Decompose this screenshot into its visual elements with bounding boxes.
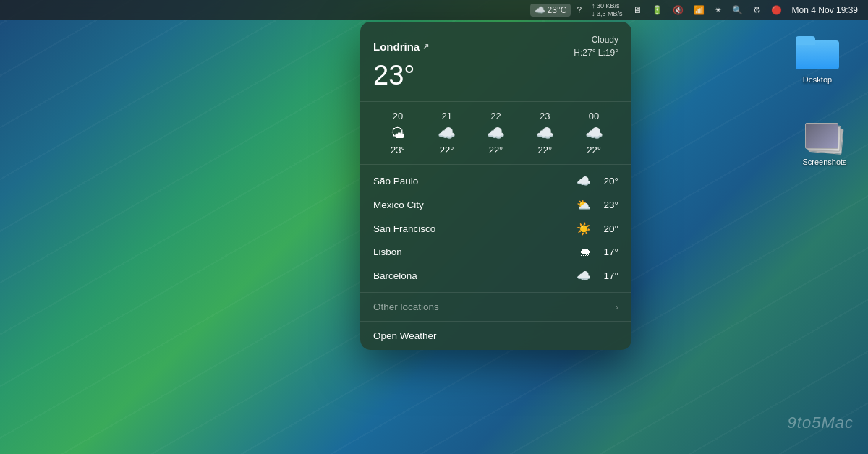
- cloud-icon: ☁️: [535, 5, 545, 15]
- help-menubar-item[interactable]: ?: [572, 4, 586, 17]
- hourly-cell-3: 23 ☁️ 22°: [520, 111, 569, 155]
- network-speed: ↑ 30 KB/s ↓ 3,3 MB/s: [592, 2, 623, 18]
- weather-city-row: Londrina ↗ Cloudy H:27° L:19°: [373, 33, 618, 59]
- weather-hourly-section: 20 🌤 23° 21 ☁️ 22° 22 ☁️ 22° 23 ☁️ 22° 0…: [360, 102, 631, 165]
- hourly-temp-3: 22°: [537, 145, 552, 155]
- weather-menubar-item[interactable]: ☁️ 23°C: [530, 4, 571, 17]
- weather-condition-right: Cloudy H:27° L:19°: [574, 33, 618, 59]
- weather-cities-section: São Paulo ☁️ 20° Mexico City ⛅ 23° San F…: [360, 165, 631, 293]
- hourly-cell-4: 00 ☁️ 22°: [569, 111, 618, 155]
- city-temp-1: 23°: [597, 200, 618, 210]
- hourly-cell-0: 20 🌤 23°: [373, 111, 422, 155]
- hourly-time-2: 22: [490, 111, 501, 121]
- city-right-4: ☁️ 17°: [576, 269, 618, 283]
- folder-graphic: [796, 36, 839, 72]
- weather-condition-text: Cloudy: [574, 33, 618, 46]
- location-arrow-icon: ↗: [422, 42, 429, 51]
- screenshots-graphic: [805, 123, 844, 155]
- weather-current-section: Londrina ↗ Cloudy H:27° L:19° 23°: [360, 22, 631, 102]
- city-icon-2: ☀️: [576, 222, 591, 236]
- screenshots-icon-label: Screenshots: [802, 158, 846, 166]
- hourly-icon-4: ☁️: [585, 126, 603, 140]
- control-center-menubar-item[interactable]: ⚙: [749, 4, 765, 17]
- hourly-temp-1: 22°: [440, 145, 454, 155]
- user-avatar: 🔴: [771, 5, 782, 15]
- screenshots-folder-icon[interactable]: Screenshots: [796, 123, 854, 166]
- volume-menubar-item[interactable]: 🔇: [668, 4, 688, 17]
- city-name-3: Lisbon: [373, 247, 402, 257]
- search-icon: 🔍: [732, 5, 743, 15]
- hourly-icon-0: 🌤: [391, 126, 405, 140]
- desktop-folder-icon[interactable]: Desktop: [788, 36, 846, 84]
- hourly-temp-0: 23°: [391, 145, 405, 155]
- network-up: ↑ 30 KB/s: [592, 2, 623, 10]
- photo-3: [805, 123, 838, 149]
- help-icon: ?: [576, 5, 582, 15]
- city-name-2: San Francisco: [373, 223, 435, 234]
- city-icon-1: ⛅: [576, 198, 591, 212]
- clock-item: Mon 4 Nov 19:39: [788, 5, 862, 15]
- city-temp-3: 17°: [597, 247, 618, 257]
- hourly-cell-2: 22 ☁️ 22°: [472, 111, 521, 155]
- display-menubar-item[interactable]: 🖥: [629, 4, 646, 17]
- control-center-icon: ⚙: [753, 5, 761, 15]
- city-icon-3: 🌧: [579, 246, 591, 259]
- wifi-icon: 📶: [694, 5, 705, 15]
- bluetooth-menubar-item[interactable]: ✴: [710, 4, 726, 17]
- weather-current-temp: 23°: [373, 61, 618, 91]
- other-locations-row[interactable]: Other locations ›: [360, 293, 631, 322]
- network-down: ↓ 3,3 MB/s: [592, 10, 623, 18]
- city-temp-2: 20°: [597, 223, 618, 234]
- other-locations-label: Other locations: [373, 301, 439, 312]
- chevron-right-icon: ›: [616, 301, 618, 312]
- user-avatar-item[interactable]: 🔴: [767, 4, 786, 17]
- weather-popup: Londrina ↗ Cloudy H:27° L:19° 23° 20 🌤 2…: [360, 22, 631, 350]
- hourly-time-0: 20: [393, 111, 403, 121]
- wifi-menubar-item[interactable]: 📶: [689, 4, 709, 17]
- city-right-0: ☁️ 20°: [576, 174, 618, 188]
- clock-display: Mon 4 Nov 19:39: [792, 5, 858, 15]
- city-temp-4: 17°: [597, 270, 618, 281]
- city-name-1: Mexico City: [373, 200, 424, 210]
- bluetooth-icon: ✴: [715, 5, 722, 15]
- hourly-time-1: 21: [441, 111, 451, 121]
- hourly-grid: 20 🌤 23° 21 ☁️ 22° 22 ☁️ 22° 23 ☁️ 22° 0…: [373, 111, 618, 155]
- hourly-icon-1: ☁️: [438, 126, 456, 140]
- city-name-4: Barcelona: [373, 270, 417, 281]
- city-row-4[interactable]: Barcelona ☁️ 17°: [360, 264, 631, 288]
- battery-icon: 🔋: [652, 5, 663, 15]
- city-right-2: ☀️ 20°: [576, 222, 618, 236]
- city-icon-0: ☁️: [576, 174, 591, 188]
- city-row-3[interactable]: Lisbon 🌧 17°: [360, 241, 631, 264]
- city-row-0[interactable]: São Paulo ☁️ 20°: [360, 169, 631, 193]
- hourly-time-3: 23: [540, 111, 550, 121]
- battery-menubar-item[interactable]: 🔋: [647, 4, 667, 17]
- open-weather-row[interactable]: Open Weather: [360, 322, 631, 350]
- city-temp-0: 20°: [597, 176, 618, 187]
- hourly-icon-2: ☁️: [487, 126, 505, 140]
- weather-city-name: Londrina ↗: [373, 40, 429, 53]
- city-row-1[interactable]: Mexico City ⛅ 23°: [360, 193, 631, 217]
- city-right-3: 🌧 17°: [579, 246, 618, 259]
- menubar-temp: 23°C: [548, 5, 567, 15]
- city-icon-4: ☁️: [576, 269, 591, 283]
- city-name-0: São Paulo: [373, 176, 418, 187]
- hourly-icon-3: ☁️: [536, 126, 554, 140]
- hourly-temp-4: 22°: [587, 145, 601, 155]
- hourly-time-4: 00: [589, 111, 599, 121]
- search-menubar-item[interactable]: 🔍: [728, 4, 747, 17]
- hourly-cell-1: 21 ☁️ 22°: [422, 111, 472, 155]
- city-row-2[interactable]: San Francisco ☀️ 20°: [360, 217, 631, 241]
- watermark: 9to5Mac: [788, 414, 854, 432]
- volume-icon: 🔇: [673, 5, 684, 15]
- city-right-1: ⛅ 23°: [576, 198, 618, 212]
- menubar-right: ☁️ 23°C ? ↑ 30 KB/s ↓ 3,3 MB/s 🖥 🔋 🔇 📶 ✴: [530, 1, 862, 20]
- desktop-icon-label: Desktop: [803, 75, 832, 84]
- weather-high-low: H:27° L:19°: [574, 46, 618, 59]
- hourly-temp-2: 22°: [489, 145, 503, 155]
- network-menubar-item: ↑ 30 KB/s ↓ 3,3 MB/s: [587, 1, 627, 20]
- open-weather-label: Open Weather: [373, 330, 437, 341]
- menubar: ☁️ 23°C ? ↑ 30 KB/s ↓ 3,3 MB/s 🖥 🔋 🔇 📶 ✴: [0, 0, 868, 20]
- display-icon: 🖥: [633, 5, 642, 15]
